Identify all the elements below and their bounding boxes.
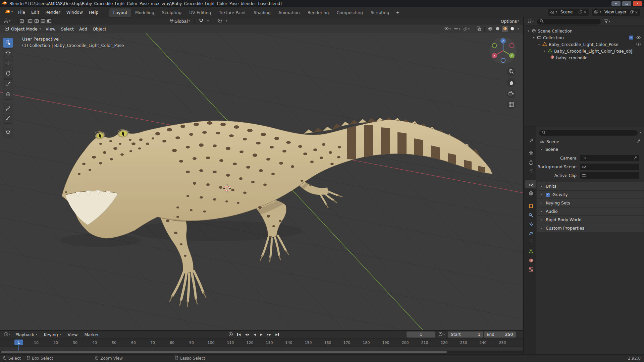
menu-object[interactable]: Object (90, 26, 109, 32)
unlink-scene-button[interactable]: × (584, 10, 587, 14)
timeline-editor-type-button[interactable]: ▾ (3, 331, 11, 338)
tab-view-layer[interactable] (525, 167, 536, 176)
tab-physics[interactable] (525, 229, 536, 237)
section-custom-properties[interactable]: ▸ Custom Properties (537, 224, 644, 232)
auto-keying-toggle[interactable] (227, 331, 234, 338)
view-menu[interactable]: View (65, 332, 80, 337)
layout-toggle-icon-4[interactable] (40, 18, 46, 24)
zoom-button[interactable] (507, 67, 516, 76)
gravity-checkbox[interactable]: ✓ (546, 193, 550, 197)
options-dropdown[interactable]: Options ▾ (500, 18, 520, 24)
tree-row-object[interactable]: ▾ Baby_Crocodile_Light_Color_Pose (524, 41, 644, 48)
tab-layout[interactable]: Layout (109, 8, 131, 17)
navigation-gizmo[interactable]: Z X Y (489, 37, 517, 65)
add-workspace-button[interactable]: + (393, 8, 402, 17)
minimize-button[interactable]: ─ (611, 1, 621, 6)
section-keying-sets[interactable]: ▸ Keying Sets (537, 199, 644, 207)
tab-output[interactable] (525, 158, 536, 167)
play-reverse-button[interactable]: ◀ (252, 333, 258, 337)
eye-icon[interactable] (636, 35, 641, 40)
tab-scripting[interactable]: Scripting (367, 8, 393, 17)
eyedropper-icon[interactable] (634, 156, 637, 161)
shading-solid-button[interactable] (494, 26, 501, 32)
tree-row-collection[interactable]: ▾ Collection ✓ (524, 34, 644, 41)
tab-rendering[interactable]: Rendering (304, 8, 333, 17)
new-scene-icon[interactable] (579, 10, 582, 15)
add-cube-tool[interactable] (3, 128, 13, 137)
measure-tool[interactable] (3, 114, 13, 124)
menu-select[interactable]: Select (58, 26, 76, 32)
tree-row-scene-collection[interactable]: ▾ Scene Collection (524, 27, 644, 34)
outliner-search[interactable] (537, 19, 601, 24)
view-layer-selector[interactable]: ▾ View Layer × (592, 9, 640, 16)
snap-toggle[interactable] (198, 18, 204, 24)
current-frame-field[interactable]: 1 (407, 331, 435, 338)
menu-render[interactable]: Render (42, 7, 63, 17)
remove-view-layer-button[interactable]: × (635, 10, 638, 14)
scene-section-header[interactable]: ▾ Scene (536, 145, 644, 154)
tab-data[interactable] (525, 247, 536, 255)
view-layer-name-field[interactable]: View Layer (602, 10, 629, 14)
viewport-canvas[interactable]: User Perspective (1) Collection | Baby_C… (0, 33, 523, 330)
tab-modeling[interactable]: Modeling (131, 8, 158, 17)
next-keyframe-button[interactable]: ◆▶ (265, 333, 273, 337)
xray-toggle[interactable] (476, 26, 482, 32)
tab-material[interactable] (525, 256, 536, 264)
overlays-dropdown[interactable]: ▾ (462, 26, 471, 32)
outliner-editor-type-button[interactable]: ▾ (526, 19, 535, 24)
pin-icon[interactable] (637, 139, 641, 144)
transform-orientation-dropdown[interactable]: Global ▾ (168, 18, 191, 24)
tree-row-mesh-data[interactable]: ▾ Baby_Crocodile_Light_Color_Pose_obj (524, 48, 644, 54)
maximize-button[interactable]: □ (622, 1, 631, 6)
filter-dropdown[interactable]: ▾ (603, 19, 611, 24)
prev-keyframe-button[interactable]: ◀◆ (243, 333, 251, 337)
timeline-editor[interactable]: ▾ Playback▾ Keying▾ View Marker ◀ ◀◆ ◀ ▶… (0, 330, 523, 353)
tab-texture[interactable] (525, 265, 536, 274)
camera-view-button[interactable] (507, 89, 516, 98)
disclosure-icon[interactable]: ▾ (543, 50, 546, 53)
menu-view[interactable]: View (43, 26, 58, 32)
shading-dropdown[interactable]: ▾ (517, 27, 520, 31)
playhead[interactable]: 1 (14, 340, 23, 345)
new-view-layer-icon[interactable] (630, 10, 634, 15)
select-box-tool[interactable] (3, 38, 13, 48)
tab-modifiers[interactable] (525, 211, 536, 219)
scale-tool[interactable] (3, 79, 13, 89)
playback-sync-dropdown[interactable]: ▾ (437, 331, 446, 338)
tab-uv-editing[interactable]: UV Editing (185, 8, 215, 17)
disclosure-icon[interactable]: ▾ (532, 36, 535, 39)
annotate-tool[interactable] (3, 104, 13, 113)
marker-menu[interactable]: Marker (82, 332, 102, 337)
ortho-grid-button[interactable] (507, 101, 516, 109)
playback-menu[interactable]: Playback▾ (13, 332, 40, 337)
tab-texture-paint[interactable]: Texture Paint (215, 8, 250, 17)
section-rigid-body-world[interactable]: ▸ Rigid Body World (537, 216, 644, 224)
active-clip-field[interactable] (580, 172, 639, 179)
snap-settings-dropdown[interactable]: ▾ (206, 19, 210, 23)
tab-animation[interactable]: Animation (275, 8, 304, 17)
tab-particles[interactable] (525, 220, 536, 228)
background-scene-field[interactable] (580, 164, 639, 170)
eye-icon[interactable] (636, 42, 641, 47)
blender-menu-button[interactable]: ▾ (3, 9, 15, 15)
section-units[interactable]: ▸ Units (537, 182, 644, 190)
rotate-tool[interactable] (3, 69, 13, 79)
proportional-editing-toggle[interactable] (217, 18, 223, 24)
move-tool[interactable] (3, 59, 13, 68)
start-frame-field[interactable]: Start1 (448, 331, 483, 338)
pan-hand-button[interactable] (507, 78, 516, 87)
section-audio[interactable]: ▸ Audio (537, 207, 644, 215)
tab-scene[interactable] (525, 180, 536, 188)
menu-file[interactable]: File (15, 7, 28, 17)
menu-window[interactable]: Window (63, 7, 86, 17)
gizmos-dropdown[interactable]: ▾ (453, 26, 461, 32)
outliner-search-input[interactable] (545, 19, 598, 24)
end-frame-field[interactable]: End250 (484, 331, 516, 338)
title-bar[interactable]: Blender* [C:\Users\AMDA8\Desktop\Baby_Cr… (0, 0, 644, 7)
shading-wireframe-button[interactable] (487, 26, 493, 32)
collection-checkbox[interactable]: ✓ (629, 36, 633, 40)
object-visibility-dropdown[interactable]: ▾ (443, 26, 452, 32)
timeline-track[interactable] (0, 347, 523, 351)
tab-object[interactable] (525, 202, 536, 210)
camera-field[interactable] (580, 155, 639, 161)
